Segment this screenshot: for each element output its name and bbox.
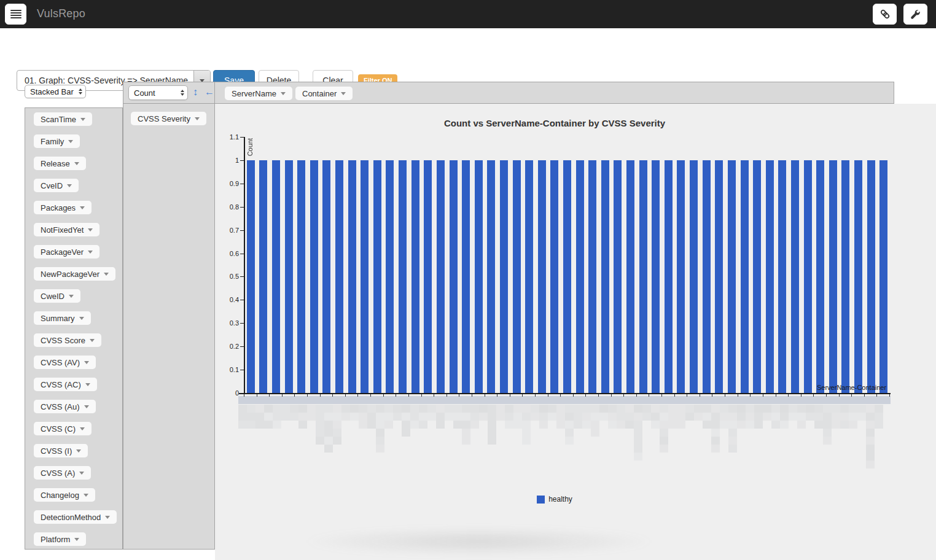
bar[interactable] xyxy=(335,160,343,393)
bar[interactable] xyxy=(437,160,445,393)
settings-button[interactable] xyxy=(903,4,927,25)
chevron-down-icon xyxy=(84,361,89,364)
y-tick-label: 1.1 xyxy=(218,133,239,141)
field-button-detectionmethod[interactable]: DetectionMethod xyxy=(34,510,117,524)
col-field-container[interactable]: Container xyxy=(295,87,353,100)
chevron-down-icon xyxy=(85,383,90,386)
field-button-scantime[interactable]: ScanTime xyxy=(34,112,92,126)
swap-axes-icon[interactable]: ↕ xyxy=(193,87,198,97)
bar[interactable] xyxy=(791,160,799,393)
bar[interactable] xyxy=(753,160,761,393)
field-button-cvss-i[interactable]: CVSS (I) xyxy=(34,444,88,457)
bar[interactable] xyxy=(804,160,812,393)
bar[interactable] xyxy=(475,160,483,393)
y-tick-label: 0.9 xyxy=(218,180,239,187)
bar[interactable] xyxy=(576,160,584,393)
bar[interactable] xyxy=(513,160,521,393)
bar[interactable] xyxy=(665,160,673,393)
bar[interactable] xyxy=(816,160,824,393)
field-button-newpackagever[interactable]: NewPackageVer xyxy=(34,267,115,281)
bar[interactable] xyxy=(879,160,887,393)
pivot-header-bar: Count ↕ ← ServerName Container xyxy=(123,82,894,104)
vulsrepo-app: VulsRepo 01. Graph: CVSS-Severity => Ser… xyxy=(0,0,936,560)
share-link-button[interactable] xyxy=(873,4,897,25)
bar[interactable] xyxy=(766,160,774,393)
chevron-down-icon xyxy=(80,118,85,121)
bar[interactable] xyxy=(677,160,685,393)
menu-button[interactable] xyxy=(5,4,26,25)
field-button-cvss-av[interactable]: CVSS (AV) xyxy=(34,356,96,369)
chart-title: Count vs ServerName-Container by CVSS Se… xyxy=(215,118,894,128)
bar[interactable] xyxy=(487,160,495,393)
field-button-cvss-au[interactable]: CVSS (Au) xyxy=(34,400,96,413)
chevron-down-icon xyxy=(90,339,95,342)
field-button-changelog[interactable]: Changelog xyxy=(34,488,95,502)
y-tick-label: 0.7 xyxy=(218,227,239,234)
row-field-cvss-severity[interactable]: CVSS Severity xyxy=(131,112,206,125)
bar[interactable] xyxy=(829,160,837,393)
x-axis-labels-obscured-band xyxy=(238,396,891,404)
bar[interactable] xyxy=(322,160,330,393)
bar[interactable] xyxy=(538,160,546,393)
chevron-down-icon xyxy=(104,273,109,276)
bar[interactable] xyxy=(703,160,711,393)
bar[interactable] xyxy=(626,160,634,393)
bar[interactable] xyxy=(247,160,255,393)
bar[interactable] xyxy=(741,160,749,393)
bar[interactable] xyxy=(563,160,571,393)
field-button-cveid[interactable]: CveID xyxy=(34,179,79,192)
bar[interactable] xyxy=(614,160,622,393)
bar[interactable] xyxy=(450,160,458,393)
bar[interactable] xyxy=(728,160,736,393)
select-spinner-icon xyxy=(76,85,85,98)
bar[interactable] xyxy=(525,160,533,393)
bar[interactable] xyxy=(588,160,596,393)
wrench-icon xyxy=(910,9,921,20)
bar[interactable] xyxy=(854,160,862,393)
col-field-servername[interactable]: ServerName xyxy=(225,87,292,100)
field-button-summary[interactable]: Summary xyxy=(34,311,91,325)
field-button-packages[interactable]: Packages xyxy=(34,201,92,214)
chart-type-select[interactable]: Stacked Bar xyxy=(25,85,86,98)
field-button-packagever[interactable]: PackageVer xyxy=(34,245,99,259)
bar[interactable] xyxy=(462,160,470,393)
bar[interactable] xyxy=(399,160,407,393)
field-button-release[interactable]: Release xyxy=(34,157,86,170)
field-button-cvss-score[interactable]: CVSS Score xyxy=(34,333,101,347)
bar[interactable] xyxy=(639,160,647,393)
bar[interactable] xyxy=(348,160,356,393)
bar[interactable] xyxy=(778,160,786,393)
field-button-platform[interactable]: Platform xyxy=(34,532,86,546)
field-button-cvss-ac[interactable]: CVSS (AC) xyxy=(34,378,97,391)
chevron-down-icon xyxy=(195,117,200,120)
bar[interactable] xyxy=(550,160,558,393)
bar[interactable] xyxy=(424,160,432,393)
field-button-cvss-a[interactable]: CVSS (A) xyxy=(34,466,91,480)
bar[interactable] xyxy=(310,160,318,393)
bar[interactable] xyxy=(841,160,849,393)
bar[interactable] xyxy=(867,160,875,393)
bar[interactable] xyxy=(259,160,267,393)
bar[interactable] xyxy=(272,160,280,393)
field-button-family[interactable]: Family xyxy=(34,134,80,148)
bar[interactable] xyxy=(652,160,660,393)
field-button-cweid[interactable]: CweID xyxy=(34,289,80,303)
bar[interactable] xyxy=(690,160,698,393)
legend-swatch-healthy xyxy=(537,496,545,504)
bar[interactable] xyxy=(386,160,394,393)
bar[interactable] xyxy=(601,160,609,393)
y-tick-label: 0.3 xyxy=(218,319,239,327)
field-button-cvss-c[interactable]: CVSS (C) xyxy=(34,422,92,435)
y-tick-label: 0.4 xyxy=(218,296,239,303)
bar[interactable] xyxy=(715,160,723,393)
bar[interactable] xyxy=(361,160,369,393)
chevron-down-icon xyxy=(105,516,110,519)
move-left-icon[interactable]: ← xyxy=(205,87,214,97)
bar[interactable] xyxy=(297,160,305,393)
bar[interactable] xyxy=(500,160,508,393)
measure-select[interactable]: Count xyxy=(128,85,188,100)
bar[interactable] xyxy=(411,160,419,393)
field-button-notfixedyet[interactable]: NotFixedYet xyxy=(34,223,99,236)
bar[interactable] xyxy=(285,160,293,393)
bar[interactable] xyxy=(373,160,381,393)
